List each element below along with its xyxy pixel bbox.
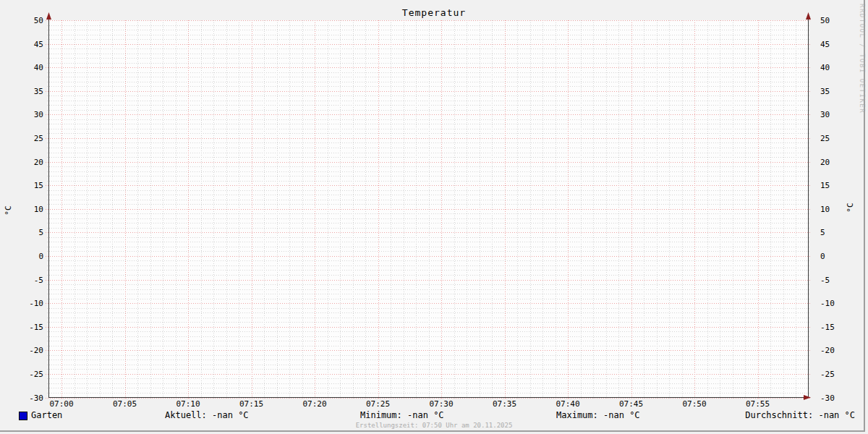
stat-durchschnitt: Durchschnitt: -nan °C [745,410,855,420]
y-tick-label-right: -15 [820,323,852,332]
y-tick-label-right: 5 [820,228,852,237]
legend-series-label: Garten [31,410,62,420]
x-tick-label: 07:35 [482,399,528,409]
plot-area [0,0,868,434]
x-tick-label: 07:30 [418,399,464,409]
stat-aktuell: Aktuell: -nan °C [165,410,249,420]
y-tick-label-left: 45 [13,40,43,49]
x-tick-label: 07:10 [165,399,211,409]
y-tick-label-left: 50 [13,16,43,25]
y-tick-label-right: 30 [820,110,852,119]
y-tick-label-right: -5 [820,276,852,285]
stat-minimum: Minimum: -nan °C [360,410,444,420]
y-tick-label-left: 30 [13,110,43,119]
y-tick-label-left: 35 [13,87,43,96]
y-tick-label-left: 5 [13,228,43,237]
y-tick-label-left: 40 [13,63,43,72]
x-tick-label: 07:25 [355,399,401,409]
y-tick-label-left: 10 [13,205,43,214]
y-tick-label-left: -15 [13,323,43,332]
y-tick-label-left: 15 [13,181,43,190]
y-tick-label-left: 25 [13,134,43,143]
x-tick-label: 07:15 [229,399,275,409]
y-tick-label-right: 15 [820,181,852,190]
x-tick-label: 07:20 [292,399,338,409]
y-tick-label-left: -25 [13,370,43,379]
x-tick-label: 07:45 [608,399,655,409]
image-bevel-right [864,0,865,432]
legend-swatch-garten [19,412,27,420]
y-tick-label-right: -20 [820,346,852,355]
x-tick-label: 07:55 [735,399,781,409]
y-tick-label-left: 0 [13,252,43,261]
y-tick-label-right: 10 [820,205,852,214]
x-tick-label: 07:50 [671,399,718,409]
y-tick-label-right: -25 [820,370,852,379]
x-tick-label: 07:40 [545,399,591,409]
y-tick-label-right: 45 [820,40,852,49]
y-tick-label-right: 0 [820,252,852,261]
y-tick-label-right: -10 [820,299,852,308]
image-bevel-bottom [0,430,865,432]
y-tick-label-left: -10 [13,299,43,308]
y-tick-label-right: 20 [820,158,852,167]
y-tick-label-right: 35 [820,87,852,96]
stat-maximum: Maximum: -nan °C [556,410,640,420]
legend-row: Garten Aktuell: -nan °C Minimum: -nan °C… [0,410,868,422]
rrdtool-temperature-graph: Temperatur RRDTOOL / TOBI OETIKER °C °C … [0,0,868,434]
y-tick-label-right: 50 [820,16,852,25]
y-tick-label-right: -30 [820,393,852,403]
y-tick-label-left: 20 [13,158,43,167]
x-tick-label: 07:00 [38,399,85,409]
chart-title: Temperatur [0,7,868,18]
y-tick-label-left: -5 [13,276,43,285]
creation-time: Erstellungszeit: 07:50 Uhr am 20.11.2025 [0,422,868,429]
x-tick-label: 07:05 [102,399,148,409]
y-tick-label-right: 25 [820,134,852,143]
y-tick-label-left: -20 [13,346,43,355]
y-tick-label-right: 40 [820,63,852,72]
